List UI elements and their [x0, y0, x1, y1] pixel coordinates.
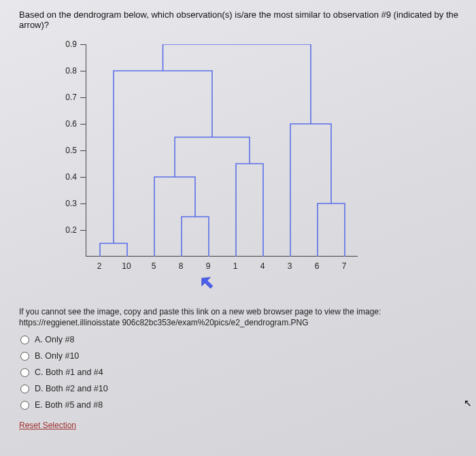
x-leaf-label: 9 [201, 261, 215, 271]
radio-icon [20, 385, 29, 393]
x-leaf-label: 6 [310, 261, 324, 271]
y-tick-label: 0.5 [65, 146, 77, 155]
y-tick-label: 0.3 [65, 199, 77, 208]
y-tick-label: 0.9 [65, 39, 77, 49]
option-d[interactable]: D. Both #2 and #10 [20, 384, 464, 393]
x-leaf-label: 4 [256, 261, 269, 271]
x-leaf-label: 10 [120, 261, 133, 271]
radio-icon [20, 368, 29, 377]
x-leaf-label: 8 [174, 261, 188, 271]
answer-options: A. Only #8 B. Only #10 C. Both #1 and #4… [20, 335, 464, 410]
dendrogram-chart: 0.90.80.70.60.50.40.30.2 21058914367 [43, 42, 369, 294]
question-text: Based on the dendrogram below, which obs… [19, 10, 464, 30]
option-a[interactable]: A. Only #8 [20, 335, 464, 344]
radio-icon [20, 352, 29, 361]
x-leaf-label: 1 [228, 261, 242, 271]
y-tick-label: 0.8 [65, 66, 77, 76]
option-label: C. Both #1 and #4 [35, 368, 103, 377]
option-c[interactable]: C. Both #1 and #4 [20, 368, 464, 377]
option-label: D. Both #2 and #10 [35, 384, 108, 393]
plot-area [86, 44, 358, 257]
y-tick-label: 0.4 [65, 172, 77, 182]
option-label: A. Only #8 [35, 335, 74, 344]
radio-icon [20, 401, 29, 410]
option-b[interactable]: B. Only #10 [20, 351, 464, 361]
option-label: B. Only #10 [35, 351, 79, 361]
option-e[interactable]: E. Both #5 and #8 [20, 400, 464, 410]
x-leaf-label: 3 [283, 261, 296, 271]
cursor-icon: ↖ [464, 397, 472, 408]
arrow-icon [199, 275, 218, 294]
reset-selection-link[interactable]: Reset Selection [19, 421, 76, 430]
x-leaf-label: 2 [92, 261, 106, 271]
radio-icon [20, 336, 29, 344]
image-fallback-hint: If you cannot see the image, copy and pa… [19, 306, 464, 328]
x-leaf-label: 7 [337, 261, 351, 271]
y-tick-label: 0.2 [65, 225, 77, 235]
x-leaf-label: 5 [147, 261, 160, 271]
y-tick-label: 0.6 [65, 119, 77, 129]
y-tick-label: 0.7 [65, 93, 77, 102]
option-label: E. Both #5 and #8 [35, 400, 103, 410]
